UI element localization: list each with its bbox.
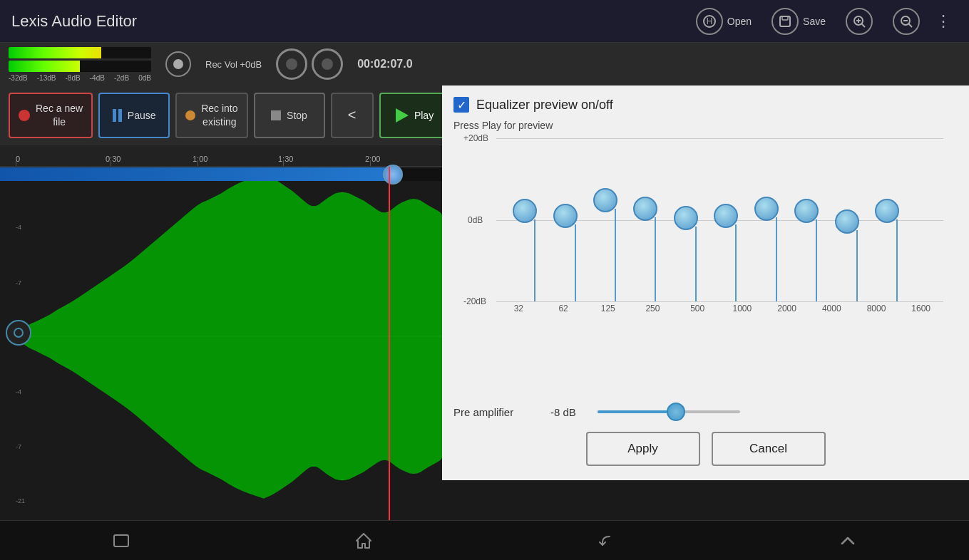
svg-marker-13: [357, 534, 371, 548]
back-button[interactable]: [584, 531, 627, 551]
open-label: Open: [727, 16, 752, 27]
zoom-in-icon: [846, 8, 873, 35]
eq-band-16000[interactable]: [876, 219, 898, 301]
play-label: Play: [414, 110, 434, 121]
zoom-out-button[interactable]: [883, 4, 930, 39]
back-nav-button[interactable]: <: [331, 93, 374, 138]
freq-label-1000: 1000: [720, 304, 765, 313]
eq-band-2000[interactable]: [756, 217, 777, 301]
rec-indicator[interactable]: [165, 51, 191, 77]
vu-bar-bottom-fill: [9, 61, 80, 72]
eq-band-32-line: [534, 219, 535, 301]
slider-track: [598, 410, 740, 413]
eq-band-4000[interactable]: [796, 219, 817, 301]
freq-label-125: 125: [585, 304, 630, 313]
playhead[interactable]: [389, 167, 390, 520]
freq-label-500: 500: [675, 304, 720, 313]
eq-band-62-knob[interactable]: [553, 204, 578, 228]
timeline-marker-100: 1:00: [193, 155, 207, 163]
pause-label: Pause: [128, 110, 156, 121]
pause-button[interactable]: Pause: [98, 93, 170, 138]
eq-band-32-knob[interactable]: [513, 199, 537, 223]
freq-label-250: 250: [630, 304, 675, 313]
freq-label-16000: 1600: [898, 304, 943, 313]
eq-band-4000-line: [816, 219, 817, 301]
more-menu-icon[interactable]: ⋮: [930, 12, 958, 31]
timer-display: 00:02:07.0: [357, 58, 412, 71]
play-icon: [396, 108, 409, 123]
back-nav-label: <: [348, 107, 357, 123]
eq-toggle-checkbox[interactable]: ✓: [453, 97, 469, 113]
pre-amp-slider[interactable]: [598, 405, 740, 419]
eq-band-125[interactable]: [595, 209, 616, 301]
pre-amp-label: Pre amplifier: [453, 406, 539, 418]
scrubber-thumb[interactable]: [383, 165, 403, 185]
eq-band-500[interactable]: [675, 227, 697, 301]
eq-band-250-knob[interactable]: [633, 197, 657, 221]
zoom-out-icon: [893, 8, 920, 35]
eq-band-1000-knob[interactable]: [714, 204, 738, 228]
vu-label-5: -2dB: [114, 74, 129, 82]
timeline-tick-130: [283, 160, 284, 166]
stop-rec-button[interactable]: Stop: [254, 93, 325, 138]
cancel-button[interactable]: Cancel: [712, 432, 826, 466]
bottom-nav: [0, 520, 969, 560]
stop-icon-1: [271, 110, 281, 120]
rec-into-icon: [185, 110, 195, 120]
freq-label-2000: 2000: [764, 304, 809, 313]
rec-new-file-button[interactable]: Rec a newfile: [9, 93, 93, 138]
rec-new-icon: [19, 110, 30, 121]
eq-band-500-line: [695, 227, 697, 301]
eq-band-62[interactable]: [555, 224, 576, 301]
apply-button[interactable]: Apply: [586, 432, 700, 466]
eq-band-250[interactable]: [635, 217, 656, 301]
eq-actions: Apply Cancel: [453, 429, 958, 469]
eq-band-125-line: [615, 209, 616, 301]
vu-bar-top: [9, 47, 151, 58]
eq-grid-top: [496, 138, 943, 139]
eq-band-125-knob[interactable]: [593, 188, 617, 212]
timeline-marker-130: 1:30: [278, 155, 293, 163]
svg-rect-12: [114, 535, 128, 546]
eq-band-8000-knob[interactable]: [835, 209, 859, 234]
eq-band-8000-line: [856, 230, 858, 301]
vu-labels: -32dB -13dB -8dB -4dB -2dB 0dB: [9, 74, 151, 82]
eq-grid-bottom: [496, 301, 943, 302]
eq-band-32[interactable]: [514, 219, 535, 301]
play-button[interactable]: Play: [379, 93, 451, 138]
rec-new-file-label: Rec a newfile: [36, 102, 83, 128]
save-label: Save: [803, 16, 826, 27]
eq-band-1000[interactable]: [715, 224, 737, 301]
eq-band-16000-knob[interactable]: [875, 199, 899, 223]
open-button[interactable]: H Open: [686, 4, 762, 39]
position-marker-left[interactable]: [6, 320, 31, 346]
vu-label-1: -32dB: [9, 74, 28, 82]
stop-label-1: Stop: [287, 110, 307, 121]
slider-fill: [598, 410, 676, 413]
rec-into-existing-button[interactable]: Rec intoexisting: [175, 93, 247, 138]
scrubber-progress: [0, 167, 389, 181]
eq-subtitle: Press Play for preview: [453, 120, 958, 131]
waveform-svg: [14, 167, 442, 506]
eq-band-4000-knob[interactable]: [794, 199, 819, 223]
slider-thumb[interactable]: [667, 403, 685, 421]
recent-apps-button[interactable]: [100, 531, 143, 551]
timeline-tick-0: [16, 160, 16, 166]
zoom-in-button[interactable]: [836, 4, 883, 39]
eq-checkmark: ✓: [457, 98, 466, 112]
eq-band-2000-knob[interactable]: [754, 197, 779, 221]
main-area: -32dB -13dB -8dB -4dB -2dB 0dB Rec Vol +…: [0, 43, 969, 520]
timeline-tick-030: [111, 160, 111, 166]
eq-band-500-knob[interactable]: [674, 206, 698, 230]
eq-band-8000[interactable]: [836, 230, 858, 301]
scroll-up-button[interactable]: [826, 531, 869, 551]
freq-label-62: 62: [541, 304, 586, 313]
eq-chart-inner: +20dB 0dB -20dB: [496, 138, 943, 302]
save-button[interactable]: Save: [762, 4, 836, 39]
eq-label-20db: +20dB: [463, 133, 488, 143]
home-button[interactable]: [342, 531, 385, 551]
pre-amp-value: -8 dB: [550, 406, 586, 418]
pause-icon: [113, 109, 122, 122]
eq-header: ✓ Equalizer preview on/off: [453, 97, 958, 113]
equalizer-dialog: ✓ Equalizer preview on/off Press Play fo…: [442, 85, 969, 480]
